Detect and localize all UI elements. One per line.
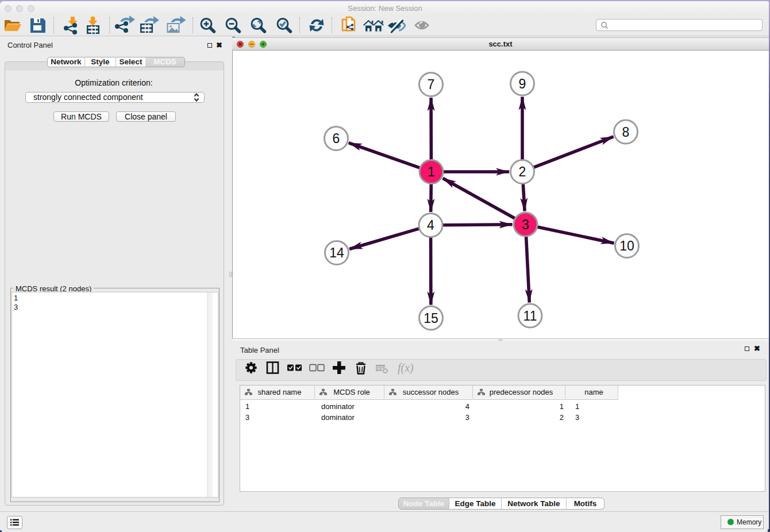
svg-text:1: 1	[428, 164, 435, 179]
svg-text:2: 2	[519, 164, 526, 179]
svg-text:15: 15	[424, 311, 438, 326]
svg-text:4: 4	[427, 218, 434, 233]
svg-text:f(x): f(x)	[398, 361, 414, 375]
svg-text:6: 6	[333, 131, 340, 146]
svg-text:10: 10	[619, 238, 634, 253]
svg-text:11: 11	[523, 309, 537, 323]
svg-text:8: 8	[622, 125, 630, 140]
svg-text:9: 9	[519, 76, 526, 91]
svg-text:14: 14	[329, 245, 344, 260]
svg-text:3: 3	[522, 217, 529, 232]
svg-text:7: 7	[428, 77, 435, 92]
